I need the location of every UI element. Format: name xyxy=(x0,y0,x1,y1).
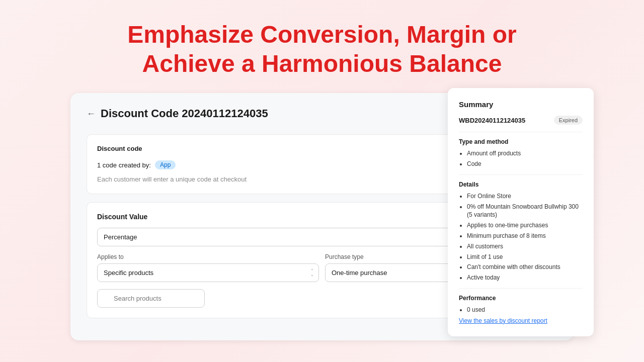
discount-code-label: Discount code xyxy=(97,145,142,152)
details-list: For Online Store 0% off Mountain Snowboa… xyxy=(459,192,583,282)
applies-to-wrapper[interactable]: Specific products xyxy=(97,263,319,282)
list-item: All customers xyxy=(467,242,583,251)
applies-to-group: Applies to Specific products xyxy=(97,253,319,282)
app-badge: App xyxy=(155,160,176,169)
percentage-select[interactable]: Percentage xyxy=(97,228,460,246)
list-item: 0 used xyxy=(467,306,583,314)
applies-to-label: Applies to xyxy=(97,253,319,260)
list-item: Minimum purchase of 8 items xyxy=(467,232,583,240)
discount-hint: Each customer will enter a unique code a… xyxy=(97,175,247,183)
back-arrow-icon[interactable]: ← xyxy=(87,109,96,119)
performance-list: 0 used xyxy=(459,306,583,314)
search-wrapper: ⚲ xyxy=(97,289,507,308)
performance-label: Performance xyxy=(459,295,583,302)
divider-1 xyxy=(459,132,583,132)
percentage-select-wrapper[interactable]: Percentage xyxy=(97,228,460,246)
search-products-input[interactable] xyxy=(97,289,205,308)
divider-3 xyxy=(459,288,583,289)
list-item: For Online Store xyxy=(467,192,583,201)
list-item: Limit of 1 use xyxy=(467,253,583,261)
list-item: Can't combine with other discounts xyxy=(467,263,583,272)
type-method-list: Amount off products Code xyxy=(459,149,583,168)
report-link[interactable]: View the sales by discount report xyxy=(459,317,583,324)
expired-badge: Expired xyxy=(554,116,583,125)
page-heading: Emphasize Conversion, Margin or Achieve … xyxy=(96,20,548,78)
divider-2 xyxy=(459,174,583,175)
applies-to-select[interactable]: Specific products xyxy=(97,263,319,282)
summary-code-row: WBD20240112124035 Expired xyxy=(459,116,583,125)
percentage-group: Percentage xyxy=(97,228,460,246)
list-item: Amount off products xyxy=(467,149,583,158)
list-item: Code xyxy=(467,160,583,168)
page-title: Discount Code 20240112124035 xyxy=(101,107,268,120)
details-label: Details xyxy=(459,181,583,188)
summary-title: Summary xyxy=(459,100,583,109)
type-method-label: Type and method xyxy=(459,138,583,145)
code-created-text: 1 code created by: xyxy=(97,161,151,169)
list-item: Applies to one-time purchases xyxy=(467,221,583,230)
list-item: Active today xyxy=(467,274,583,282)
summary-panel: Summary WBD20240112124035 Expired Type a… xyxy=(448,88,594,336)
list-item: 0% off Mountain Snowboard Bullwhip 300 (… xyxy=(467,203,583,220)
summary-code: WBD20240112124035 xyxy=(459,117,525,124)
